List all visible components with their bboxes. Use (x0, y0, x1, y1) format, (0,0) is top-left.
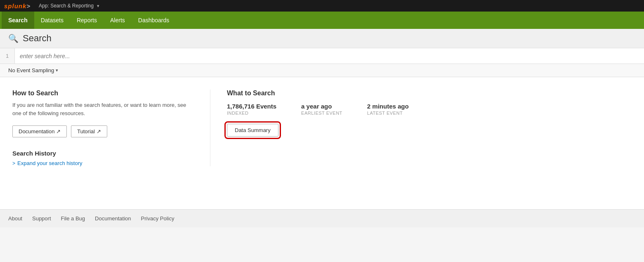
documentation-label: Documentation ↗ (19, 128, 61, 135)
latest-label: LATEST EVENT (367, 111, 409, 116)
latest-value: 2 minutes ago (367, 103, 409, 110)
top-bar: splunk> App: Search & Reporting ▾ (0, 0, 644, 12)
sampling-bar: No Event Sampling ▾ (0, 64, 644, 77)
events-count: 1,786,716 Events (227, 103, 276, 110)
nav-search[interactable]: Search (2, 12, 34, 29)
events-count-block: 1,786,716 Events INDEXED (227, 103, 276, 116)
tutorial-button[interactable]: Tutorial ↗ (71, 125, 107, 137)
expand-search-history-label: Expand your search history (17, 160, 83, 166)
no-event-sampling-dropdown[interactable]: No Event Sampling ▾ (8, 67, 58, 73)
search-history-title: Search History (12, 150, 193, 157)
search-title-icon: 🔍 (8, 33, 19, 43)
earliest-event-block: a year ago EARLIEST EVENT (301, 103, 342, 116)
latest-event-block: 2 minutes ago LATEST EVENT (367, 103, 409, 116)
nav-alerts[interactable]: Alerts (104, 12, 132, 29)
how-to-search-buttons: Documentation ↗ Tutorial ↗ (12, 125, 193, 137)
documentation-button[interactable]: Documentation ↗ (12, 125, 67, 137)
search-input-area: 1 (0, 48, 644, 64)
tutorial-label: Tutorial ↗ (77, 128, 101, 135)
footer-privacy-policy[interactable]: Privacy Policy (141, 215, 175, 222)
expand-chevron-icon: > (12, 161, 15, 166)
splunk-logo: splunk> (4, 2, 31, 9)
nav-dashboards[interactable]: Dashboards (132, 12, 176, 29)
sampling-label: No Event Sampling (8, 67, 54, 73)
main-content: How to Search If you are not familiar wi… (0, 77, 644, 209)
right-panel: What to Search 1,786,716 Events INDEXED … (210, 90, 632, 166)
search-title-bar: 🔍 Search (0, 29, 644, 48)
app-label: App: Search & Reporting (39, 3, 94, 9)
left-panel: How to Search If you are not familiar wi… (12, 90, 210, 166)
footer-documentation[interactable]: Documentation (95, 215, 131, 222)
nav-bar: Search Datasets Reports Alerts Dashboard… (0, 12, 644, 29)
nav-datasets[interactable]: Datasets (34, 12, 70, 29)
expand-search-history-link[interactable]: > Expand your search history (12, 160, 193, 166)
page-title: Search (23, 33, 52, 44)
footer-about[interactable]: About (8, 215, 22, 222)
sampling-chevron-icon: ▾ (56, 68, 58, 73)
footer: About Support File a Bug Documentation P… (0, 209, 644, 227)
search-input[interactable] (15, 48, 644, 64)
earliest-value: a year ago (301, 103, 342, 110)
how-to-search-desc: If you are not familiar with the search … (12, 101, 193, 117)
footer-file-bug[interactable]: File a Bug (61, 215, 85, 222)
line-number: 1 (0, 48, 15, 64)
how-to-search-title: How to Search (12, 90, 193, 97)
app-chevron-icon[interactable]: ▾ (97, 3, 99, 9)
stats-row: 1,786,716 Events INDEXED a year ago EARL… (227, 103, 632, 116)
nav-reports[interactable]: Reports (70, 12, 104, 29)
events-label: INDEXED (227, 111, 276, 116)
what-to-search-title: What to Search (227, 90, 632, 97)
data-summary-button[interactable]: Data Summary (227, 124, 278, 137)
footer-support[interactable]: Support (32, 215, 51, 222)
earliest-label: EARLIEST EVENT (301, 111, 342, 116)
